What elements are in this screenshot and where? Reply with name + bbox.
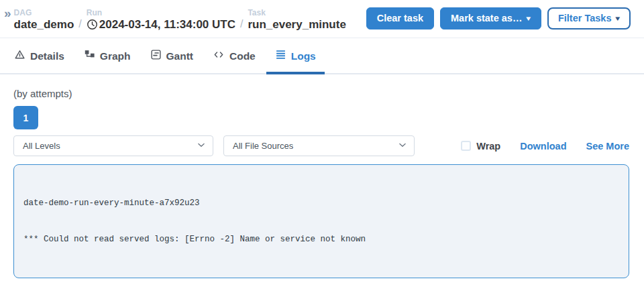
tab-code-label: Code	[229, 50, 256, 62]
breadcrumb-separator: /	[240, 18, 243, 32]
attempt-1-button[interactable]: 1	[13, 106, 38, 129]
breadcrumb-dag-label: DAG	[14, 8, 74, 17]
tab-gantt[interactable]: Gantt	[142, 38, 202, 74]
by-attempts-label: (by attempts)	[13, 88, 629, 99]
code-brackets-icon	[213, 49, 225, 63]
filter-tasks-label: Filter Tasks	[558, 13, 612, 24]
log-lines-icon	[275, 49, 286, 63]
tab-code[interactable]: Code	[204, 38, 264, 74]
tab-graph-label: Graph	[100, 50, 131, 62]
breadcrumb-run-value-wrap[interactable]: 2024-03-14, 11:34:00 UTC	[87, 17, 235, 32]
caret-down-icon: ▾	[527, 15, 531, 22]
clear-task-button[interactable]: Clear task	[366, 7, 434, 30]
clear-task-label: Clear task	[377, 13, 423, 24]
tab-graph[interactable]: Graph	[75, 38, 140, 74]
breadcrumb-task: Task run_every_minute	[248, 8, 345, 32]
wrap-checkbox-label[interactable]: Wrap	[476, 141, 500, 152]
breadcrumb-dag-value[interactable]: date_demo	[14, 17, 74, 32]
double-chevron-icon[interactable]: »	[4, 7, 10, 19]
breadcrumb-run-timestamp: 2024-03-14, 11:34:00 UTC	[99, 17, 235, 32]
breadcrumb-separator: /	[78, 18, 81, 32]
tab-gantt-label: Gantt	[166, 50, 193, 62]
breadcrumb-run: Run 2024-03-14, 11:34:00 UTC	[87, 8, 235, 32]
airflow-task-page: » DAG date_demo / Run 2024-03-14, 11:34:…	[0, 0, 644, 293]
mark-state-as-button[interactable]: Mark state as… ▾	[440, 7, 541, 30]
breadcrumb-dag: DAG date_demo	[14, 8, 74, 32]
gantt-chart-icon	[150, 49, 162, 63]
chevron-down-icon	[398, 140, 407, 152]
task-actions: Clear task Mark state as… ▾ Filter Tasks…	[366, 7, 631, 30]
task-header-bar: » DAG date_demo / Run 2024-03-14, 11:34:…	[0, 0, 644, 38]
log-level-select[interactable]: All Levels	[13, 135, 213, 156]
caret-down-icon: ▾	[616, 15, 621, 22]
task-tabs: Details Graph Gantt	[0, 38, 644, 74]
wrap-checkbox[interactable]	[461, 141, 471, 151]
breadcrumb-run-label: Run	[87, 8, 235, 17]
tab-logs-label: Logs	[291, 50, 316, 62]
log-level-select-value: All Levels	[23, 141, 60, 151]
log-line: *** Could not read served logs: [Errno -…	[23, 233, 619, 245]
graph-icon	[84, 49, 95, 63]
chevron-down-icon	[197, 140, 206, 152]
file-source-select[interactable]: All File Sources	[223, 135, 415, 156]
log-filters-row: All Levels All File Sources Wrap Do	[13, 135, 629, 156]
mark-state-as-label: Mark state as…	[451, 13, 522, 24]
clock-icon	[87, 19, 98, 30]
logs-panel: (by attempts) 1 All Levels All File Sour…	[0, 88, 644, 278]
tab-logs[interactable]: Logs	[266, 38, 325, 74]
breadcrumb-task-label: Task	[248, 8, 345, 17]
breadcrumb-task-value[interactable]: run_every_minute	[248, 17, 345, 32]
log-line: date-demo-run-every-minute-a7x92u23	[23, 197, 619, 209]
tab-details[interactable]: Details	[5, 38, 73, 74]
download-logs-link[interactable]: Download	[520, 141, 566, 152]
tab-details-label: Details	[30, 50, 64, 62]
file-source-select-value: All File Sources	[233, 141, 293, 151]
filter-tasks-button[interactable]: Filter Tasks ▾	[547, 7, 631, 30]
see-more-link[interactable]: See More	[586, 141, 629, 152]
warning-triangle-icon	[14, 49, 25, 63]
log-output-box[interactable]: date-demo-run-every-minute-a7x92u23 *** …	[13, 164, 629, 278]
